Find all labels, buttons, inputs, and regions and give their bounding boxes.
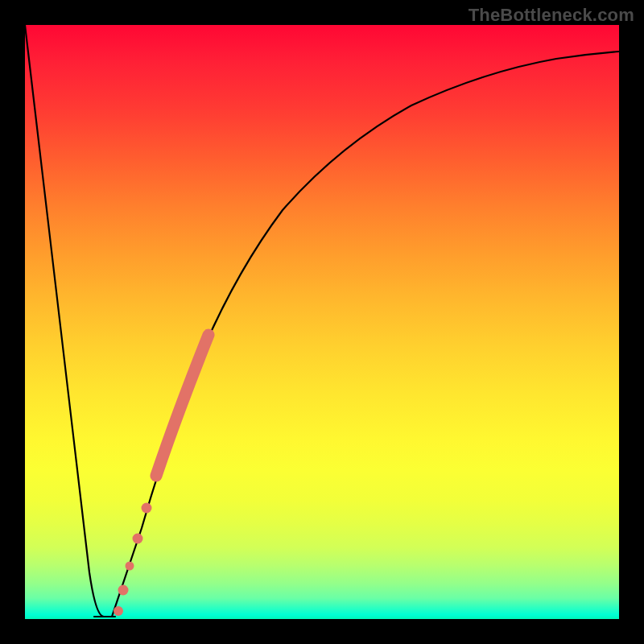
highlight-dot bbox=[142, 503, 152, 514]
watermark-text: TheBottleneck.com bbox=[469, 5, 634, 26]
curve-svg bbox=[25, 25, 619, 619]
highlight-dot bbox=[114, 606, 123, 616]
highlight-dot bbox=[133, 534, 143, 544]
highlight-thick bbox=[156, 335, 208, 476]
plot-area bbox=[25, 25, 619, 619]
highlight-dot bbox=[118, 585, 129, 596]
highlight-dot bbox=[126, 562, 134, 571]
chart-frame: TheBottleneck.com bbox=[0, 0, 644, 644]
bottleneck-curve bbox=[25, 25, 619, 617]
